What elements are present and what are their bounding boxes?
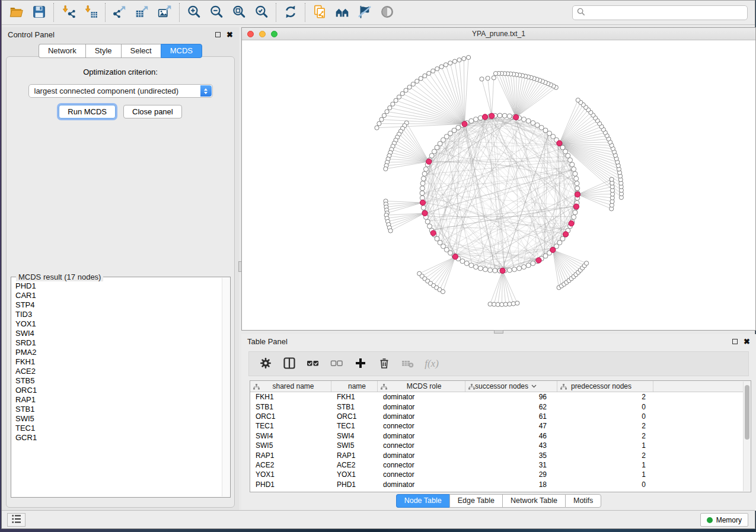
tab-node-table[interactable]: Node Table bbox=[396, 494, 449, 508]
import-network-button[interactable] bbox=[57, 2, 79, 23]
table-row[interactable]: FKH1FKH1dominator962 bbox=[250, 392, 743, 402]
mcds-result-node[interactable]: PMA2 bbox=[15, 348, 222, 357]
deselect-all-button[interactable] bbox=[326, 354, 347, 374]
mcds-result-node[interactable]: SWI4 bbox=[15, 329, 222, 338]
mcds-result-node[interactable]: TEC1 bbox=[15, 424, 222, 433]
column-header-MCDS-role[interactable]: MCDS role bbox=[378, 381, 465, 392]
zoom-selected-button[interactable] bbox=[250, 2, 273, 23]
cell-name: TEC1 bbox=[331, 422, 378, 430]
delete-table-button[interactable] bbox=[397, 354, 419, 374]
float-panel-icon[interactable] bbox=[215, 32, 221, 37]
panel-menu-button[interactable] bbox=[7, 513, 25, 527]
main-toolbar bbox=[2, 1, 755, 25]
network-canvas[interactable] bbox=[242, 40, 755, 330]
cell-MCDS-role: dominator bbox=[378, 432, 465, 440]
import-table-button[interactable] bbox=[79, 2, 102, 23]
import-network-icon bbox=[60, 4, 76, 21]
export-table-button[interactable] bbox=[131, 2, 154, 23]
search-input[interactable] bbox=[588, 8, 743, 17]
save-session-button[interactable] bbox=[28, 2, 50, 23]
mcds-result-node[interactable]: YOX1 bbox=[15, 319, 222, 329]
delete-column-button[interactable] bbox=[374, 354, 395, 374]
checked-boxes-icon bbox=[306, 356, 320, 372]
table-mode-button[interactable] bbox=[255, 354, 276, 374]
tab-style[interactable]: Style bbox=[85, 44, 121, 58]
mcds-result-node[interactable]: PHD1 bbox=[15, 281, 222, 291]
tab-motifs[interactable]: Motifs bbox=[565, 494, 601, 508]
tab-select[interactable]: Select bbox=[121, 44, 161, 58]
tab-edge-table[interactable]: Edge Table bbox=[449, 494, 502, 508]
tab-network[interactable]: Network bbox=[39, 44, 85, 58]
open-session-button[interactable] bbox=[5, 2, 28, 23]
export-network-icon bbox=[112, 4, 127, 21]
mcds-result-node[interactable]: CAR1 bbox=[15, 291, 222, 300]
zoom-in-button[interactable] bbox=[183, 2, 205, 23]
mcds-result-node[interactable]: FKH1 bbox=[15, 357, 222, 367]
search-field[interactable] bbox=[572, 5, 748, 20]
tab-mcds[interactable]: MCDS bbox=[161, 44, 202, 58]
hide-selected-button[interactable] bbox=[353, 2, 376, 23]
export-table-icon bbox=[135, 4, 150, 21]
cell-shared-name: FKH1 bbox=[250, 393, 331, 401]
tab-network-table[interactable]: Network Table bbox=[502, 494, 565, 508]
window-zoom-traffic-light[interactable] bbox=[271, 31, 277, 37]
column-header-name[interactable]: name bbox=[331, 381, 378, 392]
window-close-traffic-light[interactable] bbox=[247, 31, 254, 37]
close-panel-icon[interactable]: ✖ bbox=[744, 338, 750, 345]
column-header-successor-nodes[interactable]: successor nodes bbox=[465, 381, 557, 392]
cell-successor-nodes: 47 bbox=[465, 422, 557, 430]
export-image-button[interactable] bbox=[154, 2, 176, 23]
network-window-titlebar[interactable]: YPA_prune.txt_1 bbox=[242, 28, 755, 40]
zoom-out-button[interactable] bbox=[205, 2, 228, 23]
mcds-result-node[interactable]: STB1 bbox=[15, 405, 222, 414]
mcds-list-scrollbar[interactable] bbox=[222, 278, 229, 496]
mcds-result-node[interactable]: RAP1 bbox=[15, 395, 222, 405]
export-network-button[interactable] bbox=[109, 2, 131, 23]
mcds-result-node[interactable]: ACE2 bbox=[15, 367, 222, 376]
mcds-result-node[interactable]: GCR1 bbox=[15, 433, 222, 443]
table-row[interactable]: TEC1TEC1connector472 bbox=[250, 421, 743, 431]
table-row[interactable]: ACE2ACE2connector311 bbox=[250, 460, 743, 470]
mcds-result-node[interactable]: STP4 bbox=[15, 300, 222, 310]
table-row[interactable]: SWI4SWI4dominator462 bbox=[250, 431, 743, 441]
cell-successor-nodes: 46 bbox=[465, 432, 557, 440]
table-row[interactable]: RAP1RAP1dominator352 bbox=[250, 450, 743, 460]
table-row[interactable]: PHD1PHD1dominator180 bbox=[250, 480, 743, 489]
window-minimize-traffic-light[interactable] bbox=[259, 31, 266, 37]
first-neighbors-button[interactable] bbox=[331, 2, 353, 23]
column-header-predecessor-nodes[interactable]: predecessor nodes bbox=[557, 381, 653, 392]
table-row[interactable]: YOX1YOX1connector291 bbox=[250, 470, 743, 479]
apply-layout-button[interactable] bbox=[279, 2, 302, 23]
mcds-result-node[interactable]: SWI5 bbox=[15, 414, 222, 424]
select-all-button[interactable] bbox=[302, 354, 324, 374]
table-scrollbar[interactable] bbox=[743, 382, 751, 491]
table-row[interactable]: STB1STB1dominator620 bbox=[250, 402, 743, 411]
save-floppy-icon bbox=[31, 4, 47, 21]
close-panel-button[interactable]: Close panel bbox=[123, 105, 182, 118]
zoom-fit-button[interactable] bbox=[228, 2, 250, 23]
table-scrollbar-thumb[interactable] bbox=[745, 385, 749, 440]
mcds-result-node[interactable]: ORC1 bbox=[15, 386, 222, 395]
horizontal-splitter-handle[interactable] bbox=[494, 330, 503, 334]
mcds-result-node[interactable]: TID3 bbox=[15, 310, 222, 319]
table-row[interactable]: ORC1ORC1dominator610 bbox=[250, 412, 743, 421]
function-builder-button[interactable]: f(x) bbox=[421, 354, 442, 374]
sort-desc-icon bbox=[531, 384, 537, 388]
show-all-button[interactable] bbox=[376, 2, 398, 23]
float-panel-icon[interactable] bbox=[732, 339, 738, 344]
column-header-shared-name[interactable]: shared name bbox=[250, 381, 331, 392]
optimization-criterion-select[interactable]: largest connected component (undirected) bbox=[28, 84, 213, 98]
show-column-button[interactable] bbox=[279, 354, 300, 374]
first-neighbors-icon bbox=[334, 4, 350, 21]
memory-button[interactable]: Memory bbox=[700, 513, 748, 527]
mcds-result-node[interactable]: STB5 bbox=[15, 376, 222, 386]
node-table-body: FKH1FKH1dominator962STB1STB1dominator620… bbox=[250, 392, 743, 492]
close-panel-icon[interactable]: ✖ bbox=[227, 31, 233, 39]
run-mcds-button[interactable]: Run MCDS bbox=[59, 105, 116, 118]
cell-successor-nodes: 62 bbox=[465, 403, 557, 411]
network-svg[interactable] bbox=[242, 40, 755, 330]
new-network-from-selection-button[interactable] bbox=[308, 2, 331, 23]
create-column-button[interactable] bbox=[350, 354, 371, 374]
table-row[interactable]: SWI5SWI5connector431 bbox=[250, 441, 743, 450]
mcds-result-node[interactable]: SRD1 bbox=[15, 338, 222, 348]
